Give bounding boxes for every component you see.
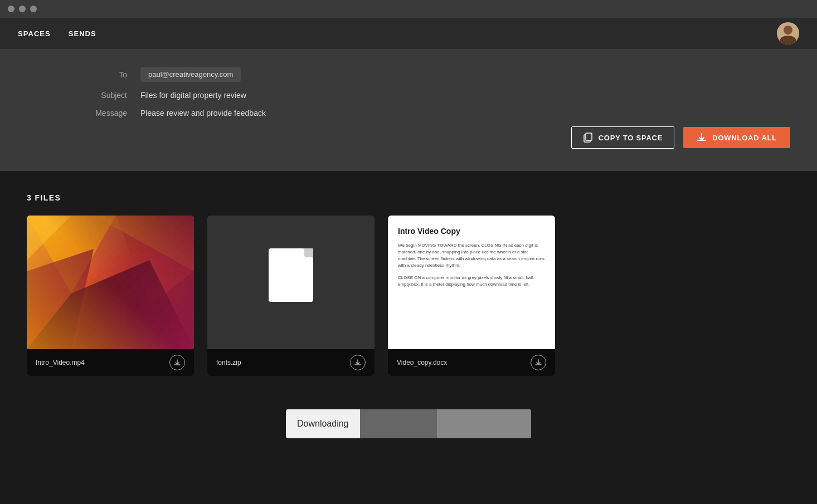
files-area: 3 FILES: [0, 171, 817, 398]
file-card-doc[interactable]: Intro Video Copy We begin MOVING TOWARD …: [388, 216, 555, 376]
subject-value: Files for digital property review: [140, 91, 246, 100]
file-thumbnail-video: [27, 216, 194, 349]
doc-fade: [388, 316, 555, 349]
file-thumbnail-doc: Intro Video Copy We begin MOVING TOWARD …: [388, 216, 555, 349]
svg-marker-5: [27, 249, 94, 349]
nav-sends[interactable]: SENDS: [69, 30, 96, 38]
download-bar-area: Downloading: [0, 398, 817, 461]
file-name-doc: Video_copy.docx: [397, 359, 447, 366]
compose-area: To paul@creativeagency.com Subject Files…: [0, 49, 817, 171]
file-name-video: Intro_Video.mp4: [36, 359, 85, 366]
download-bar-container: Downloading: [286, 409, 531, 438]
download-circle-icon-2: [354, 359, 362, 366]
avatar-image: [777, 22, 799, 45]
subject-label: Subject: [27, 91, 127, 100]
files-grid: Intro_Video.mp4 ZIP: [27, 216, 790, 376]
file-card-video[interactable]: Intro_Video.mp4: [27, 216, 194, 376]
copy-icon: [583, 133, 593, 143]
avatar[interactable]: [777, 22, 799, 45]
file-footer-video: Intro_Video.mp4: [27, 349, 194, 376]
zip-icon-wrapper: ZIP: [269, 248, 313, 316]
zip-label: ZIP: [281, 306, 300, 316]
files-heading: 3 FILES: [27, 193, 790, 202]
nav-spaces[interactable]: SPACES: [18, 30, 51, 38]
file-footer-zip: fonts.zip: [207, 349, 375, 376]
download-doc-button[interactable]: [531, 355, 546, 370]
compose-to-row: To paul@creativeagency.com: [27, 67, 790, 82]
message-label: Message: [27, 109, 127, 118]
file-name-zip: fonts.zip: [216, 359, 241, 366]
file-card-zip[interactable]: ZIP fonts.zip: [207, 216, 375, 376]
compose-message-row: Message Please review and provide feedba…: [27, 109, 790, 118]
svg-rect-2: [27, 216, 194, 349]
window-chrome: [0, 0, 817, 18]
download-circle-icon: [173, 359, 181, 366]
compose-actions: COPY TO SPACE DOWNLOAD ALL: [27, 126, 790, 149]
file-footer-doc: Video_copy.docx: [388, 349, 555, 376]
traffic-light-yellow: [19, 6, 26, 12]
svg-marker-3: [27, 216, 116, 293]
copy-to-space-button[interactable]: COPY TO SPACE: [571, 126, 675, 149]
svg-rect-1: [586, 133, 592, 140]
download-bar-track: [360, 409, 531, 438]
message-value: Please review and provide feedback: [140, 109, 266, 118]
to-label: To: [27, 70, 127, 79]
zip-file-icon: [269, 248, 313, 302]
navbar: SPACES SENDS: [0, 18, 817, 49]
download-bar-label: Downloading: [286, 411, 360, 437]
nav-links: SPACES SENDS: [18, 30, 96, 38]
doc-text-2: CLOSE ON a computer monitor as grey pixe…: [398, 275, 545, 288]
doc-text-1: We begin MOVING TOWARD the screen, CLOSI…: [398, 242, 545, 269]
download-bar-fill: [360, 409, 437, 438]
doc-title: Intro Video Copy: [398, 227, 545, 236]
svg-marker-8: [27, 216, 71, 260]
download-circle-icon-3: [534, 359, 542, 366]
zip-corner: [303, 248, 313, 258]
svg-marker-7: [94, 216, 194, 271]
traffic-light-green: [30, 6, 37, 12]
download-zip-button[interactable]: [350, 355, 366, 370]
svg-marker-6: [27, 260, 194, 349]
file-thumbnail-zip: ZIP: [207, 216, 375, 349]
traffic-light-red: [8, 6, 14, 12]
video-geo-svg: [27, 216, 194, 349]
compose-subject-row: Subject Files for digital property revie…: [27, 91, 790, 100]
video-thumbnail-image: [27, 216, 194, 349]
download-video-button[interactable]: [169, 355, 185, 370]
svg-marker-4: [116, 216, 194, 305]
to-value: paul@creativeagency.com: [140, 67, 241, 82]
download-all-button[interactable]: DOWNLOAD ALL: [683, 127, 790, 148]
zip-thumbnail: ZIP: [207, 216, 375, 349]
download-icon: [697, 133, 707, 143]
